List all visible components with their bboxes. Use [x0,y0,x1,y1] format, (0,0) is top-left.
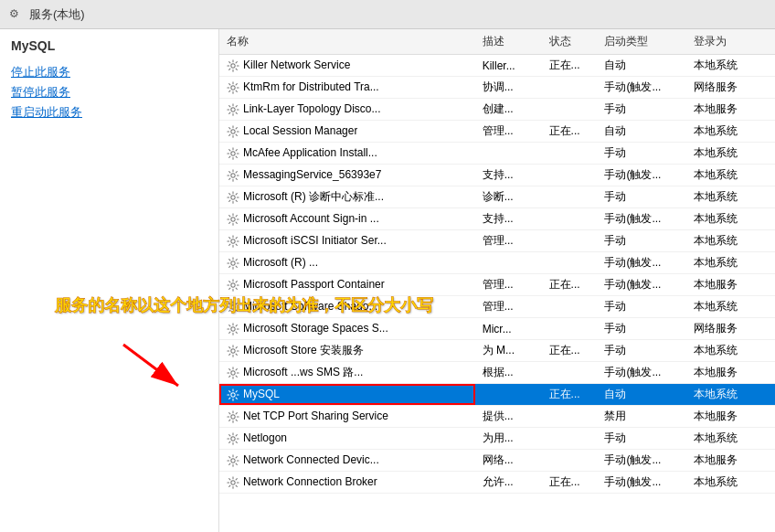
svg-point-2 [231,64,235,68]
service-desc-cell: 管理... [475,274,542,296]
table-row[interactable]: KtmRm for Distributed Tra...协调...手动(触发..… [219,77,775,99]
service-desc-cell: 管理... [475,230,542,252]
service-gear-icon [227,475,243,489]
service-startup-cell: 禁用 [597,406,685,428]
table-row[interactable]: Link-Layer Topology Disco...创建...手动本地服务 [219,99,775,121]
service-login-cell: 本地系统 [686,186,775,208]
left-panel: MySQL 停止此服务 暂停此服务 重启动此服务 [0,29,219,532]
service-name-cell: Microsoft (R) 诊断中心标准... [219,186,475,208]
service-desc-cell: 支持... [475,165,542,186]
svg-point-4 [231,108,235,112]
service-startup-cell: 自动 [597,384,685,406]
svg-point-12 [231,283,235,287]
service-startup-cell: 手动 [597,230,685,252]
service-status-cell [542,428,598,450]
mysql-row[interactable]: MySQL正在...自动本地系统 [219,384,775,406]
service-name-cell: MySQL [219,384,475,406]
service-name-cell: Microsoft Store 安装服务 [219,340,475,362]
service-status-cell [542,362,598,384]
service-name-cell: Microsoft Software Shado... [219,296,475,318]
table-row[interactable]: Killer Network ServiceKiller...正在...自动本地… [219,55,775,77]
service-desc-cell: 提供... [475,406,542,428]
service-name-text: Network Connected Devic... [243,453,379,466]
service-desc-cell [475,143,542,165]
service-startup-cell: 手动 [597,340,685,362]
table-row[interactable]: McAfee Application Install...手动本地系统 [219,143,775,165]
svg-point-7 [231,174,235,177]
service-desc-cell: Killer... [475,55,542,77]
service-startup-cell: 手动 [597,428,685,450]
stop-service-link[interactable]: 停止此服务 [11,64,207,80]
service-status-cell: 正在... [542,55,598,77]
service-name-text: Microsoft ...ws SMS 路... [243,365,363,380]
table-row[interactable]: MessagingService_56393e7支持...手动(触发...本地系… [219,165,775,186]
service-desc-cell: 支持... [475,208,542,230]
service-status-cell: 正在... [542,340,598,362]
service-gear-icon [227,102,243,116]
service-startup-cell: 手动 [597,318,685,340]
col-header-login[interactable]: 登录为 [686,29,775,55]
service-startup-cell: 手动(触发... [597,274,685,296]
col-header-name[interactable]: 名称 [219,29,475,55]
table-row[interactable]: Local Session Manager管理...正在...自动本地系统 [219,121,775,143]
service-name-cell: Killer Network Service [219,55,475,77]
service-desc-cell: 为 M... [475,340,542,362]
service-desc-cell: 允许... [475,472,542,494]
service-name-text: Microsoft (R) 诊断中心标准... [243,189,384,205]
service-name-cell: Network Connection Broker [219,472,475,494]
service-list-panel[interactable]: 名称 描述 状态 启动类型 登录为 Killer Network Service… [219,29,775,532]
table-row[interactable]: Microsoft Software Shado...管理...手动本地系统 [219,296,775,318]
table-row[interactable]: Microsoft Storage Spaces S...Micr...手动网络… [219,318,775,340]
service-gear-icon [227,190,243,204]
col-header-desc[interactable]: 描述 [475,29,542,55]
table-row[interactable]: Microsoft ...ws SMS 路...根据...手动(触发...本地服… [219,362,775,384]
svg-point-6 [231,152,235,155]
service-status-cell [542,165,598,186]
svg-point-14 [231,327,235,331]
service-status-cell [542,296,598,318]
table-row[interactable]: Microsoft (R) 诊断中心标准...诊断...手动本地系统 [219,186,775,208]
service-startup-cell: 自动 [597,121,685,143]
service-name-text: MessagingService_56393e7 [243,168,381,181]
service-startup-cell: 手动 [597,296,685,318]
service-desc-cell: Micr... [475,318,542,340]
table-row[interactable]: Microsoft Passport Container管理...正在...手动… [219,274,775,296]
svg-point-19 [231,437,235,441]
service-name-text: Microsoft iSCSI Initiator Ser... [243,234,387,247]
service-name-text: Netlogon [243,431,287,444]
table-row[interactable]: Microsoft Store 安装服务为 M...正在...手动本地系统 [219,340,775,362]
service-desc-cell: 协调... [475,77,542,99]
service-gear-icon [227,453,243,467]
service-name-cell: MessagingService_56393e7 [219,165,475,186]
table-row[interactable]: Network Connection Broker允许...正在...手动(触发… [219,472,775,494]
table-row[interactable]: Net TCP Port Sharing Service提供...禁用本地服务 [219,406,775,428]
service-login-cell: 本地服务 [686,406,775,428]
col-header-startup[interactable]: 启动类型 [597,29,685,55]
pause-service-link[interactable]: 暂停此服务 [11,84,207,101]
service-desc-cell: 网络... [475,450,542,472]
col-header-status[interactable]: 状态 [542,29,598,55]
table-row[interactable]: Netlogon为用...手动本地系统 [219,428,775,450]
service-status-cell [542,208,598,230]
service-name-cell: Net TCP Port Sharing Service [219,406,475,428]
service-gear-icon [227,344,243,357]
service-desc-cell [475,252,542,274]
restart-service-link[interactable]: 重启动此服务 [11,104,207,121]
services-icon: ⚙ [9,7,24,22]
service-name-cell: Local Session Manager [219,121,475,143]
service-login-cell: 本地系统 [686,428,775,450]
table-row[interactable]: Microsoft iSCSI Initiator Ser...管理...手动本… [219,230,775,252]
service-status-cell [542,450,598,472]
table-row[interactable]: Microsoft (R) ...手动(触发...本地系统 [219,252,775,274]
service-name-cell: Microsoft Storage Spaces S... [219,318,475,340]
panel-title: MySQL [11,38,207,53]
service-gear-icon [227,212,243,226]
service-name-cell: Network Connected Devic... [219,450,475,472]
service-status-cell: 正在... [542,121,598,143]
svg-point-17 [231,393,235,397]
table-row[interactable]: Microsoft Account Sign-in ...支持...手动(触发.… [219,208,775,230]
table-row[interactable]: Network Connected Devic...网络...手动(触发...本… [219,450,775,472]
service-login-cell: 本地系统 [686,208,775,230]
service-status-cell [542,318,598,340]
service-name-cell: Microsoft iSCSI Initiator Ser... [219,230,475,252]
